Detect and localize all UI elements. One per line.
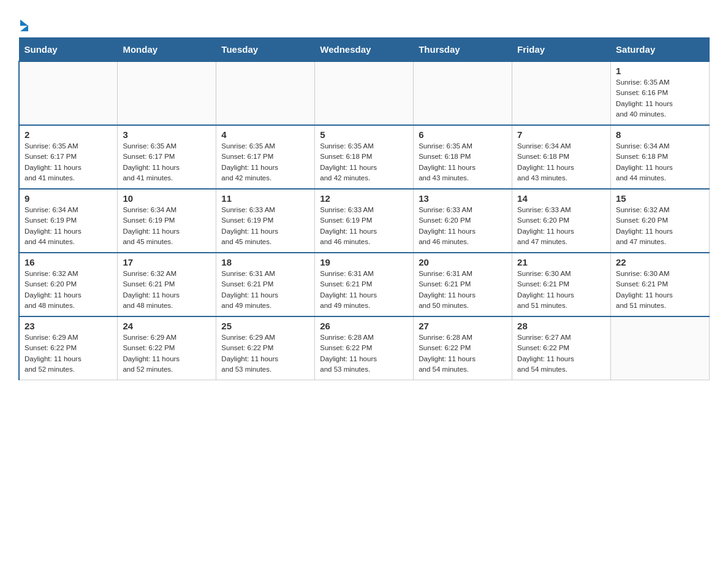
calendar-cell: 10Sunrise: 6:34 AM Sunset: 6:19 PM Dayli… (118, 189, 216, 253)
day-number: 14 (517, 193, 605, 204)
week-row-4: 16Sunrise: 6:32 AM Sunset: 6:20 PM Dayli… (19, 253, 710, 316)
day-info: Sunrise: 6:29 AM Sunset: 6:22 PM Dayligh… (123, 332, 211, 375)
day-info: Sunrise: 6:34 AM Sunset: 6:19 PM Dayligh… (25, 205, 112, 247)
day-info: Sunrise: 6:35 AM Sunset: 6:17 PM Dayligh… (123, 141, 211, 183)
day-number: 11 (221, 193, 309, 204)
day-number: 27 (419, 321, 507, 331)
day-info: Sunrise: 6:28 AM Sunset: 6:22 PM Dayligh… (419, 332, 507, 375)
calendar-cell: 27Sunrise: 6:28 AM Sunset: 6:22 PM Dayli… (414, 316, 512, 380)
weekday-header-saturday: Saturday (611, 38, 710, 62)
calendar-cell: 13Sunrise: 6:33 AM Sunset: 6:20 PM Dayli… (414, 189, 512, 253)
day-number: 3 (123, 129, 211, 140)
calendar-cell: 11Sunrise: 6:33 AM Sunset: 6:19 PM Dayli… (216, 189, 315, 253)
day-info: Sunrise: 6:33 AM Sunset: 6:20 PM Dayligh… (517, 205, 605, 247)
day-info: Sunrise: 6:35 AM Sunset: 6:18 PM Dayligh… (320, 141, 408, 183)
weekday-header-friday: Friday (512, 38, 611, 62)
day-number: 16 (25, 257, 112, 267)
week-row-1: 1Sunrise: 6:35 AM Sunset: 6:16 PM Daylig… (19, 61, 710, 125)
day-number: 17 (123, 257, 211, 267)
day-number: 1 (616, 66, 704, 76)
day-info: Sunrise: 6:33 AM Sunset: 6:20 PM Dayligh… (419, 205, 507, 247)
day-number: 8 (616, 129, 704, 140)
calendar-cell (512, 61, 611, 125)
calendar-cell: 28Sunrise: 6:27 AM Sunset: 6:22 PM Dayli… (512, 316, 611, 380)
day-info: Sunrise: 6:34 AM Sunset: 6:18 PM Dayligh… (517, 141, 605, 183)
day-info: Sunrise: 6:35 AM Sunset: 6:16 PM Dayligh… (616, 77, 704, 120)
day-number: 24 (123, 321, 211, 331)
day-info: Sunrise: 6:35 AM Sunset: 6:18 PM Dayligh… (419, 141, 507, 183)
calendar-cell: 24Sunrise: 6:29 AM Sunset: 6:22 PM Dayli… (118, 316, 216, 380)
day-info: Sunrise: 6:33 AM Sunset: 6:19 PM Dayligh… (320, 205, 408, 247)
week-row-2: 2Sunrise: 6:35 AM Sunset: 6:17 PM Daylig… (19, 125, 710, 189)
calendar-cell: 6Sunrise: 6:35 AM Sunset: 6:18 PM Daylig… (414, 125, 512, 189)
calendar-cell: 9Sunrise: 6:34 AM Sunset: 6:19 PM Daylig… (19, 189, 118, 253)
day-info: Sunrise: 6:34 AM Sunset: 6:18 PM Dayligh… (616, 141, 704, 183)
day-info: Sunrise: 6:35 AM Sunset: 6:17 PM Dayligh… (221, 141, 309, 183)
day-number: 23 (25, 321, 112, 331)
calendar-cell (118, 61, 216, 125)
day-info: Sunrise: 6:30 AM Sunset: 6:21 PM Dayligh… (517, 269, 605, 311)
calendar-cell (216, 61, 315, 125)
day-number: 15 (616, 193, 704, 204)
day-number: 9 (25, 193, 112, 204)
calendar-cell: 19Sunrise: 6:31 AM Sunset: 6:21 PM Dayli… (315, 253, 414, 316)
day-info: Sunrise: 6:29 AM Sunset: 6:22 PM Dayligh… (221, 332, 309, 375)
week-row-5: 23Sunrise: 6:29 AM Sunset: 6:22 PM Dayli… (19, 316, 710, 380)
calendar-table: SundayMondayTuesdayWednesdayThursdayFrid… (18, 37, 710, 380)
day-number: 21 (517, 257, 605, 267)
day-info: Sunrise: 6:35 AM Sunset: 6:17 PM Dayligh… (25, 141, 112, 183)
calendar-cell: 16Sunrise: 6:32 AM Sunset: 6:20 PM Dayli… (19, 253, 118, 316)
day-info: Sunrise: 6:33 AM Sunset: 6:19 PM Dayligh… (221, 205, 309, 247)
calendar-cell (414, 61, 512, 125)
calendar-cell: 3Sunrise: 6:35 AM Sunset: 6:17 PM Daylig… (118, 125, 216, 189)
calendar-cell: 8Sunrise: 6:34 AM Sunset: 6:18 PM Daylig… (611, 125, 710, 189)
weekday-header-tuesday: Tuesday (216, 38, 315, 62)
day-number: 20 (419, 257, 507, 267)
calendar-cell (19, 61, 118, 125)
calendar-cell: 1Sunrise: 6:35 AM Sunset: 6:16 PM Daylig… (611, 61, 710, 125)
day-info: Sunrise: 6:27 AM Sunset: 6:22 PM Dayligh… (517, 332, 605, 375)
day-number: 2 (25, 129, 112, 140)
day-info: Sunrise: 6:32 AM Sunset: 6:21 PM Dayligh… (123, 269, 211, 311)
day-number: 13 (419, 193, 507, 204)
weekday-header-monday: Monday (118, 38, 216, 62)
calendar-cell: 12Sunrise: 6:33 AM Sunset: 6:19 PM Dayli… (315, 189, 414, 253)
weekday-header-sunday: Sunday (19, 38, 118, 62)
weekday-header-thursday: Thursday (414, 38, 512, 62)
day-number: 18 (221, 257, 309, 267)
day-number: 28 (517, 321, 605, 331)
day-number: 19 (320, 257, 408, 267)
calendar-cell: 23Sunrise: 6:29 AM Sunset: 6:22 PM Dayli… (19, 316, 118, 380)
day-info: Sunrise: 6:32 AM Sunset: 6:20 PM Dayligh… (25, 269, 112, 311)
day-info: Sunrise: 6:31 AM Sunset: 6:21 PM Dayligh… (320, 269, 408, 311)
calendar-cell (611, 316, 710, 380)
calendar-cell: 14Sunrise: 6:33 AM Sunset: 6:20 PM Dayli… (512, 189, 611, 253)
calendar-cell: 17Sunrise: 6:32 AM Sunset: 6:21 PM Dayli… (118, 253, 216, 316)
page-header (18, 12, 710, 31)
day-number: 12 (320, 193, 408, 204)
week-row-3: 9Sunrise: 6:34 AM Sunset: 6:19 PM Daylig… (19, 189, 710, 253)
day-number: 26 (320, 321, 408, 331)
day-number: 7 (517, 129, 605, 140)
day-info: Sunrise: 6:34 AM Sunset: 6:19 PM Dayligh… (123, 205, 211, 247)
calendar-cell: 18Sunrise: 6:31 AM Sunset: 6:21 PM Dayli… (216, 253, 315, 316)
calendar-cell: 21Sunrise: 6:30 AM Sunset: 6:21 PM Dayli… (512, 253, 611, 316)
day-number: 6 (419, 129, 507, 140)
calendar-cell: 25Sunrise: 6:29 AM Sunset: 6:22 PM Dayli… (216, 316, 315, 380)
day-number: 22 (616, 257, 704, 267)
day-info: Sunrise: 6:28 AM Sunset: 6:22 PM Dayligh… (320, 332, 408, 375)
day-number: 10 (123, 193, 211, 204)
day-number: 4 (221, 129, 309, 140)
calendar-cell: 20Sunrise: 6:31 AM Sunset: 6:21 PM Dayli… (414, 253, 512, 316)
calendar-cell: 5Sunrise: 6:35 AM Sunset: 6:18 PM Daylig… (315, 125, 414, 189)
weekday-header-row: SundayMondayTuesdayWednesdayThursdayFrid… (19, 38, 710, 62)
calendar-cell: 26Sunrise: 6:28 AM Sunset: 6:22 PM Dayli… (315, 316, 414, 380)
logo (18, 18, 28, 31)
day-info: Sunrise: 6:31 AM Sunset: 6:21 PM Dayligh… (221, 269, 309, 311)
weekday-header-wednesday: Wednesday (315, 38, 414, 62)
calendar-cell: 22Sunrise: 6:30 AM Sunset: 6:21 PM Dayli… (611, 253, 710, 316)
calendar-cell: 2Sunrise: 6:35 AM Sunset: 6:17 PM Daylig… (19, 125, 118, 189)
calendar-cell: 7Sunrise: 6:34 AM Sunset: 6:18 PM Daylig… (512, 125, 611, 189)
calendar-cell (315, 61, 414, 125)
day-info: Sunrise: 6:31 AM Sunset: 6:21 PM Dayligh… (419, 269, 507, 311)
